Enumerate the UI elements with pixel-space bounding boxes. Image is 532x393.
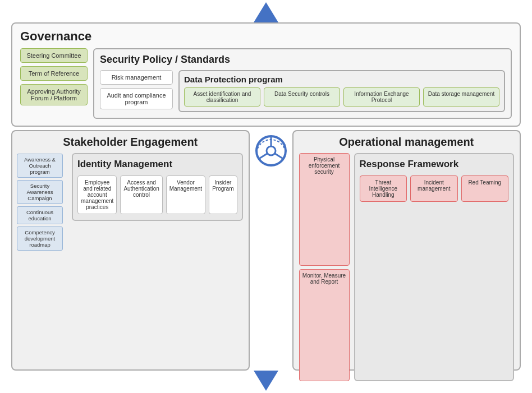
response-box: Response Framework Threat Intelligence H… (354, 153, 515, 381)
employee-account-item: Employee and related account management … (77, 175, 117, 214)
risk-management-box: Risk management (100, 70, 173, 85)
governance-inner: Steering Committee Term of Reference App… (20, 48, 512, 119)
access-auth-item: Access and Authentication control (120, 175, 162, 214)
stakeholder-panel: Stakeholder Engagement Awareness & Outre… (11, 130, 250, 371)
enforcement-column: Physical enforcement security Monitor, M… (299, 153, 350, 381)
svg-point-1 (267, 146, 276, 155)
identity-box: Identity Management Employee and related… (72, 153, 243, 221)
right-inner: Physical enforcement security Monitor, M… (299, 153, 515, 381)
data-storage-item: Data storage management (423, 87, 499, 107)
svg-line-4 (275, 154, 284, 159)
awareness-column: Awareness & Outreach program Security Aw… (17, 154, 63, 251)
threat-intelligence-item: Threat Intelligence Handling (360, 175, 407, 202)
security-policy-box: Security Policy / Standards Risk managem… (93, 48, 512, 119)
governance-title: Governance (20, 29, 512, 44)
response-title: Response Framework (360, 159, 509, 170)
steering-committee-box: Steering Committee (20, 48, 88, 63)
data-protection-box: Data Protection program Asset identifica… (178, 70, 505, 112)
identity-items: Employee and related account management … (77, 175, 237, 214)
operational-title: Operational management (299, 136, 515, 149)
stakeholder-title: Stakeholder Engagement (18, 136, 243, 149)
operational-panel: Operational management Physical enforcem… (292, 130, 521, 371)
insider-program-item: Insider Program (209, 175, 237, 214)
term-of-reference-box: Term of Reference (20, 66, 88, 81)
security-policy-inner: Risk management Audit and compliance pro… (100, 70, 505, 112)
svg-line-3 (258, 154, 267, 159)
red-teaming-item: Red Teaming (461, 175, 509, 202)
identity-title: Identity Management (77, 159, 237, 170)
competency-development-item: Competency development roadmap (17, 226, 63, 251)
response-items: Threat Intelligence Handling Incident ma… (360, 175, 509, 202)
asset-identification-item: Asset identification and classification (184, 87, 260, 107)
incident-management-item: Incident management (410, 175, 458, 202)
steering-column: Steering Committee Term of Reference App… (20, 48, 88, 105)
audit-compliance-box: Audit and compliance program (100, 88, 173, 109)
security-awareness-item: Security Awareness Campaign (17, 180, 63, 204)
governance-box: Governance Steering Committee Term of Re… (11, 22, 521, 127)
info-exchange-item: Information Exchange Protocol (343, 87, 420, 107)
approving-authority-box: Approving Authority Forum / Platform (20, 84, 88, 105)
main-container: Governance Steering Committee Term of Re… (0, 0, 532, 393)
bottom-arrow (254, 371, 278, 391)
risk-column: Risk management Audit and compliance pro… (100, 70, 173, 109)
security-policy-title: Security Policy / Standards (100, 54, 505, 66)
data-security-controls-item: Data Security controls (264, 87, 340, 107)
continuous-education-item: Continuous education (17, 206, 63, 224)
vendor-management-item: Vendor Management (166, 175, 205, 214)
bottom-section: Stakeholder Engagement Awareness & Outre… (11, 130, 521, 371)
data-protection-items: Asset identification and classification … (184, 87, 499, 107)
center-column (249, 130, 293, 371)
awareness-outreach-item: Awareness & Outreach program (17, 154, 63, 178)
physical-enforcement-item: Physical enforcement security (299, 153, 350, 266)
data-protection-title: Data Protection program (184, 75, 499, 84)
steering-wheel-icon (255, 135, 287, 167)
top-arrow (254, 2, 278, 22)
monitor-measure-item: Monitor, Measure and Report (299, 269, 350, 382)
